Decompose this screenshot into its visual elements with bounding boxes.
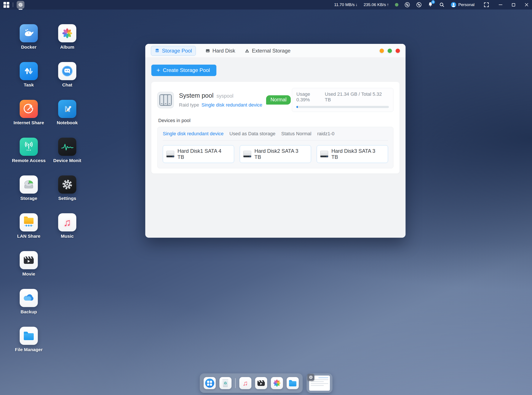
device-monitor-ecg-icon xyxy=(58,138,76,156)
hard-disk-icon xyxy=(320,151,328,157)
sync-icon[interactable] xyxy=(416,2,422,8)
window-header: Storage Pool Hard Disk External Storage xyxy=(145,44,405,58)
desktop-icon-backup[interactable]: Backup xyxy=(10,289,47,314)
storage-icon xyxy=(20,176,38,194)
gear-icon xyxy=(307,374,314,381)
app-launcher-icon xyxy=(205,379,214,388)
user-menu[interactable]: Personal xyxy=(451,2,475,8)
nas-enclosure-icon xyxy=(157,92,174,108)
download-speed: 11.70 MB/s↓ xyxy=(334,2,358,7)
album-flower-icon xyxy=(273,379,281,387)
raid-type-label: Raid type xyxy=(179,102,199,108)
docker-icon xyxy=(20,24,38,42)
lan-share-icon xyxy=(20,213,38,231)
settings-gear-icon xyxy=(58,176,76,194)
tab-storage-pool[interactable]: Storage Pool xyxy=(151,46,196,56)
vdev-status-text: Status Normal xyxy=(281,131,311,137)
desktop-icon-task[interactable]: Task xyxy=(10,62,47,88)
internet-share-icon xyxy=(20,100,38,118)
remote-access-icon xyxy=(20,138,38,156)
dock xyxy=(0,373,532,393)
raid-id-text: raidz1-0 xyxy=(317,131,334,137)
desktop-icon-music[interactable]: Music xyxy=(49,213,86,239)
dock-album[interactable] xyxy=(271,377,283,389)
pool-status-badge: Normal xyxy=(266,95,291,104)
disk-button-2[interactable]: Hard Disk2 SATA 3 TB xyxy=(240,145,311,163)
dock-music[interactable] xyxy=(239,377,251,389)
fullscreen-icon[interactable] xyxy=(484,2,489,8)
gear-icon xyxy=(18,2,23,8)
pool-name: System pool xyxy=(179,92,214,99)
devices-in-pool-heading: Devices in pool xyxy=(158,118,393,123)
dock-settings-window-thumbnail[interactable] xyxy=(306,373,332,393)
dock-file-manager[interactable] xyxy=(287,377,299,389)
notification-count-badge: 1 xyxy=(431,0,435,4)
storage-pool-icon xyxy=(155,48,160,53)
start-menu-icon[interactable] xyxy=(3,2,9,8)
down-arrow-icon: ↓ xyxy=(355,2,358,7)
file-manager-folder-icon xyxy=(20,327,38,345)
minimize-icon[interactable] xyxy=(499,5,502,5)
user-avatar-icon xyxy=(451,2,456,8)
usage-bar-fill xyxy=(296,106,298,108)
desktop-icon-column-2: Album Chat N Notebook xyxy=(49,24,86,239)
album-flower-icon xyxy=(58,24,76,42)
desktop-icon-remote-access[interactable]: Remote Access xyxy=(10,138,47,163)
desktop-icon-notebook[interactable]: N Notebook xyxy=(49,100,86,125)
disk-button-3[interactable]: Hard Disk3 SATA 3 TB xyxy=(317,145,388,163)
system-top-bar: 11.70 MB/s↓ 235.06 KB/s↑ 1 xyxy=(0,0,532,10)
capacity-text: Used 21.34 GB / Total 5.32 TB xyxy=(325,91,389,103)
music-note-icon xyxy=(58,213,76,231)
tab-hard-disk[interactable]: Hard Disk xyxy=(205,48,235,54)
storage-manager-window: Storage Pool Hard Disk External Storage … xyxy=(145,44,405,238)
desktop-icon-device-monitor[interactable]: Device Monit xyxy=(49,138,86,163)
desktop-icon-chat[interactable]: Chat xyxy=(49,62,86,88)
disk-button-1[interactable]: Hard Disk1 SATA 4 TB xyxy=(163,145,234,163)
desktop-icon-column-1: Docker Task Internet Share xyxy=(10,24,47,352)
hard-disk-icon xyxy=(205,48,210,53)
up-arrow-icon: ↑ xyxy=(387,2,389,7)
transfer-icon[interactable] xyxy=(405,2,410,8)
desktop-icon-docker[interactable]: Docker xyxy=(10,24,47,50)
dock-separator xyxy=(235,378,236,388)
system-status-dot-icon[interactable] xyxy=(395,3,399,6)
maximize-icon[interactable] xyxy=(512,3,515,6)
dock-trash[interactable] xyxy=(219,377,232,389)
movie-icon xyxy=(20,251,38,269)
dock-movie[interactable] xyxy=(255,377,267,389)
external-storage-icon xyxy=(245,48,249,53)
system-pool-card: System pool syspool Raid type Single dis… xyxy=(151,82,399,174)
used-as-text: Used as Data storage xyxy=(229,131,275,137)
plus-icon: + xyxy=(156,67,160,73)
usage-percent-text: Usage 0.39% xyxy=(296,91,325,103)
usage-panel: Usage 0.39% Used 21.34 GB / Total 5.32 T… xyxy=(292,88,393,112)
window-minimize-light[interactable] xyxy=(380,49,384,53)
tab-external-storage[interactable]: External Storage xyxy=(245,48,291,54)
search-icon[interactable] xyxy=(439,2,445,8)
hard-disk-icon xyxy=(244,151,251,157)
notifications-bell-icon[interactable]: 1 xyxy=(428,2,433,8)
devices-panel: Single disk redundant device Used as Dat… xyxy=(157,127,393,168)
raid-type-link[interactable]: Single disk redundant device xyxy=(201,102,262,108)
close-icon[interactable] xyxy=(525,3,529,7)
desktop-icon-album[interactable]: Album xyxy=(49,24,86,50)
create-storage-pool-button[interactable]: + Create Storage Pool xyxy=(151,65,216,76)
trash-icon xyxy=(222,379,229,387)
user-label: Personal xyxy=(458,2,475,7)
vdev-type-link[interactable]: Single disk redundant device xyxy=(163,131,223,137)
desktop-icon-movie[interactable]: Movie xyxy=(10,251,47,277)
desktop-icon-settings[interactable]: Settings xyxy=(49,176,86,201)
desktop-icon-lan-share[interactable]: LAN Share xyxy=(10,213,47,239)
window-maximize-light[interactable] xyxy=(388,49,392,53)
upload-speed: 235.06 KB/s↑ xyxy=(364,2,389,7)
folder-icon xyxy=(289,381,296,386)
desktop-icon-file-manager[interactable]: File Manager xyxy=(10,327,47,352)
settings-app-taskbar-icon[interactable] xyxy=(17,1,24,9)
pool-alias: syspool xyxy=(217,93,233,99)
topbar-separator xyxy=(13,2,13,7)
desktop-icon-storage[interactable]: Storage xyxy=(10,176,47,201)
desktop-icon-internet-share[interactable]: Internet Share xyxy=(10,100,47,125)
hard-disk-icon xyxy=(166,151,174,157)
window-close-light[interactable] xyxy=(396,49,400,53)
dock-app-launcher[interactable] xyxy=(204,377,216,389)
